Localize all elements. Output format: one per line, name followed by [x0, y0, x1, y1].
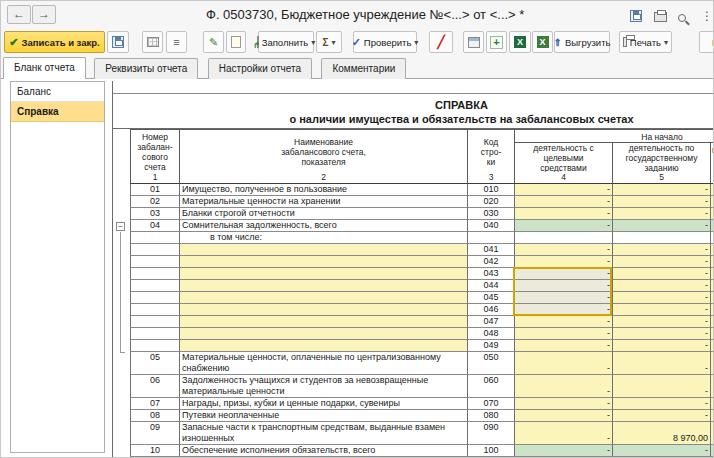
cell-value-income-activity[interactable]: [710, 352, 714, 375]
cell-value-state-task[interactable]: -: [612, 268, 710, 280]
forward-button[interactable]: →: [32, 5, 56, 24]
sidebar-item-spravka[interactable]: Справка: [11, 102, 104, 122]
cell-value-income-activity[interactable]: [710, 256, 714, 268]
cell-value-target-funds[interactable]: -: [514, 445, 612, 457]
cell-account-name[interactable]: [179, 268, 467, 280]
cell-value-income-activity[interactable]: [710, 232, 714, 244]
back-button[interactable]: ←: [7, 5, 31, 24]
save-and-close-button[interactable]: ✔ Записать и закр.: [4, 31, 105, 53]
cell-value-income-activity[interactable]: [710, 208, 714, 220]
cell-value-state-task[interactable]: -: [612, 328, 710, 340]
note-button[interactable]: [226, 31, 246, 53]
menu-dots-icon[interactable]: ⋮: [701, 6, 714, 21]
cell-value-state-task[interactable]: -: [612, 292, 710, 304]
cell-value-income-activity[interactable]: [710, 280, 714, 292]
cell-value-state-task[interactable]: 8 970,00: [612, 422, 710, 445]
cell-value-state-task[interactable]: -: [612, 398, 710, 410]
collapse-expander-icon[interactable]: −: [116, 222, 125, 231]
unload-button[interactable]: ⇑ Выгрузить: [554, 31, 610, 53]
cell-value-target-funds[interactable]: -: [514, 220, 612, 232]
cell-account-name[interactable]: [179, 292, 467, 304]
cell-value-target-funds[interactable]: -: [514, 196, 612, 208]
add-button[interactable]: +: [486, 31, 507, 53]
cell-account-number: [130, 292, 179, 304]
excel-button[interactable]: X: [509, 31, 531, 53]
edit-button[interactable]: ✎: [203, 31, 224, 53]
header-account-number: Номер забалан- сового счета: [130, 129, 179, 174]
cell-value-state-task[interactable]: [612, 232, 710, 244]
cell-value-target-funds[interactable]: -: [514, 244, 612, 256]
cell-value-state-task[interactable]: -: [612, 220, 710, 232]
cell-value-income-activity[interactable]: [710, 445, 714, 457]
cell-value-income-activity[interactable]: [710, 398, 714, 410]
fill-button[interactable]: Заполнить ▾: [258, 31, 314, 53]
cell-value-income-activity[interactable]: [710, 292, 714, 304]
cell-value-income-activity[interactable]: [710, 184, 714, 196]
cell-value-state-task[interactable]: -: [612, 304, 710, 316]
cell-value-income-activity[interactable]: [710, 316, 714, 328]
tab-nastroyki[interactable]: Настройки отчета: [208, 58, 312, 79]
cell-account-name[interactable]: [179, 244, 467, 256]
tab-rekvizity[interactable]: Реквизиты отчета: [94, 58, 198, 79]
grid-settings-button[interactable]: [142, 31, 163, 53]
cell-value-income-activity[interactable]: [710, 328, 714, 340]
cell-value-target-funds[interactable]: -: [514, 422, 612, 445]
cell-value-target-funds[interactable]: -: [514, 410, 612, 422]
cell-value-target-funds[interactable]: -: [514, 375, 612, 398]
cell-value-state-task[interactable]: -: [612, 375, 710, 398]
cell-value-state-task[interactable]: -: [612, 352, 710, 375]
cell-value-target-funds[interactable]: -: [514, 184, 612, 196]
preview-icon[interactable]: [678, 8, 694, 23]
cell-account-name[interactable]: [179, 328, 467, 340]
cell-value-target-funds[interactable]: -: [514, 208, 612, 220]
cell-value-income-activity[interactable]: [710, 375, 714, 398]
cell-value-target-funds[interactable]: -: [514, 328, 612, 340]
tab-blank[interactable]: Бланк отчета: [3, 57, 86, 79]
cell-value-state-task[interactable]: -: [612, 256, 710, 268]
cell-value-income-activity[interactable]: [710, 220, 714, 232]
cell-value-income-activity[interactable]: [710, 340, 714, 352]
cell-value-state-task[interactable]: -: [612, 184, 710, 196]
cell-account-name[interactable]: [179, 256, 467, 268]
mark-deletion-button[interactable]: ╱: [429, 31, 453, 53]
cell-value-state-task[interactable]: -: [612, 410, 710, 422]
cell-value-state-task[interactable]: -: [612, 208, 710, 220]
cell-value-state-task[interactable]: -: [612, 316, 710, 328]
cell-value-target-funds[interactable]: -: [514, 340, 612, 352]
cell-value-target-funds[interactable]: -: [514, 398, 612, 410]
selected-cell-range[interactable]: [513, 267, 612, 316]
excel-save-button[interactable]: X: [532, 31, 553, 53]
check-button[interactable]: ✓ Проверить ▾: [353, 31, 417, 53]
cell-account-name: Награды, призы, кубки и ценные подарки, …: [179, 398, 467, 410]
list-button[interactable]: ≡: [166, 31, 187, 53]
cell-value-state-task[interactable]: -: [612, 340, 710, 352]
cell-account-name[interactable]: [179, 304, 467, 316]
cell-value-income-activity[interactable]: [710, 410, 714, 422]
sidebar-item-balans[interactable]: Баланс: [11, 82, 104, 102]
cell-value-state-task[interactable]: -: [612, 196, 710, 208]
tab-kommentarii[interactable]: Комментарии: [321, 58, 406, 79]
cell-value-income-activity[interactable]: [710, 196, 714, 208]
cell-value-target-funds[interactable]: [514, 232, 612, 244]
save-icon[interactable]: [630, 8, 646, 23]
cell-value-income-activity[interactable]: [710, 304, 714, 316]
sum-button[interactable]: Σ ▾: [316, 31, 342, 53]
cell-value-income-activity[interactable]: [710, 422, 714, 445]
chevron-down-icon: ▾: [664, 38, 668, 47]
cell-value-state-task[interactable]: -: [612, 244, 710, 256]
cell-value-target-funds[interactable]: -: [514, 316, 612, 328]
cell-value-state-task[interactable]: -: [612, 445, 710, 457]
cell-account-name[interactable]: [179, 316, 467, 328]
save-button[interactable]: [107, 31, 129, 53]
cell-value-income-activity[interactable]: [710, 244, 714, 256]
cell-value-income-activity[interactable]: [710, 268, 714, 280]
cell-value-state-task[interactable]: -: [612, 280, 710, 292]
cell-account-name[interactable]: [179, 280, 467, 292]
cell-account-name: в том числе:: [179, 232, 467, 244]
calculator-button[interactable]: [463, 31, 484, 53]
cell-account-name[interactable]: [179, 340, 467, 352]
print-icon[interactable]: [654, 8, 670, 23]
cell-value-target-funds[interactable]: -: [514, 352, 612, 375]
more-button[interactable]: Ещ: [699, 31, 714, 53]
print-button[interactable]: Печать ▾: [619, 31, 672, 53]
